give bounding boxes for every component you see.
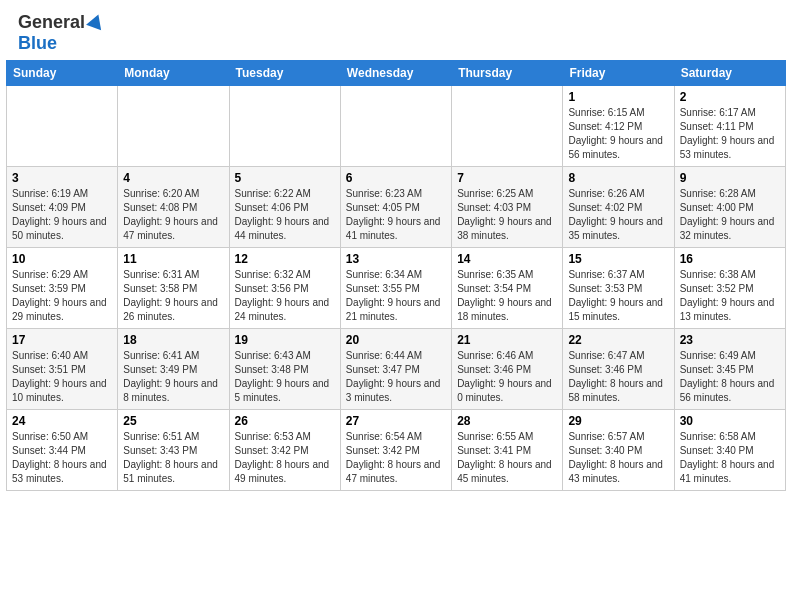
calendar-cell: 11Sunrise: 6:31 AM Sunset: 3:58 PM Dayli… (118, 248, 229, 329)
day-info: Sunrise: 6:17 AM Sunset: 4:11 PM Dayligh… (680, 106, 780, 162)
day-info: Sunrise: 6:29 AM Sunset: 3:59 PM Dayligh… (12, 268, 112, 324)
calendar-cell: 4Sunrise: 6:20 AM Sunset: 4:08 PM Daylig… (118, 167, 229, 248)
calendar-week-1: 3Sunrise: 6:19 AM Sunset: 4:09 PM Daylig… (7, 167, 786, 248)
day-info: Sunrise: 6:26 AM Sunset: 4:02 PM Dayligh… (568, 187, 668, 243)
day-info: Sunrise: 6:34 AM Sunset: 3:55 PM Dayligh… (346, 268, 446, 324)
day-number: 23 (680, 333, 780, 347)
day-number: 5 (235, 171, 335, 185)
calendar-cell: 2Sunrise: 6:17 AM Sunset: 4:11 PM Daylig… (674, 86, 785, 167)
calendar-cell: 1Sunrise: 6:15 AM Sunset: 4:12 PM Daylig… (563, 86, 674, 167)
calendar-cell: 27Sunrise: 6:54 AM Sunset: 3:42 PM Dayli… (340, 410, 451, 491)
day-info: Sunrise: 6:46 AM Sunset: 3:46 PM Dayligh… (457, 349, 557, 405)
logo-triangle-icon (86, 11, 106, 30)
day-info: Sunrise: 6:31 AM Sunset: 3:58 PM Dayligh… (123, 268, 223, 324)
day-number: 13 (346, 252, 446, 266)
day-number: 27 (346, 414, 446, 428)
day-number: 25 (123, 414, 223, 428)
day-number: 19 (235, 333, 335, 347)
day-number: 9 (680, 171, 780, 185)
day-number: 29 (568, 414, 668, 428)
day-number: 8 (568, 171, 668, 185)
day-info: Sunrise: 6:20 AM Sunset: 4:08 PM Dayligh… (123, 187, 223, 243)
calendar-week-2: 10Sunrise: 6:29 AM Sunset: 3:59 PM Dayli… (7, 248, 786, 329)
calendar-wrapper: SundayMondayTuesdayWednesdayThursdayFrid… (0, 60, 792, 497)
calendar-cell: 23Sunrise: 6:49 AM Sunset: 3:45 PM Dayli… (674, 329, 785, 410)
day-info: Sunrise: 6:38 AM Sunset: 3:52 PM Dayligh… (680, 268, 780, 324)
day-number: 21 (457, 333, 557, 347)
day-info: Sunrise: 6:51 AM Sunset: 3:43 PM Dayligh… (123, 430, 223, 486)
col-header-thursday: Thursday (452, 61, 563, 86)
day-number: 3 (12, 171, 112, 185)
calendar-cell: 12Sunrise: 6:32 AM Sunset: 3:56 PM Dayli… (229, 248, 340, 329)
day-number: 15 (568, 252, 668, 266)
day-info: Sunrise: 6:32 AM Sunset: 3:56 PM Dayligh… (235, 268, 335, 324)
day-info: Sunrise: 6:58 AM Sunset: 3:40 PM Dayligh… (680, 430, 780, 486)
col-header-friday: Friday (563, 61, 674, 86)
calendar-cell: 21Sunrise: 6:46 AM Sunset: 3:46 PM Dayli… (452, 329, 563, 410)
day-number: 11 (123, 252, 223, 266)
calendar-cell: 16Sunrise: 6:38 AM Sunset: 3:52 PM Dayli… (674, 248, 785, 329)
day-number: 20 (346, 333, 446, 347)
day-number: 10 (12, 252, 112, 266)
day-info: Sunrise: 6:35 AM Sunset: 3:54 PM Dayligh… (457, 268, 557, 324)
col-header-monday: Monday (118, 61, 229, 86)
calendar-cell: 22Sunrise: 6:47 AM Sunset: 3:46 PM Dayli… (563, 329, 674, 410)
day-info: Sunrise: 6:25 AM Sunset: 4:03 PM Dayligh… (457, 187, 557, 243)
day-number: 26 (235, 414, 335, 428)
calendar-week-0: 1Sunrise: 6:15 AM Sunset: 4:12 PM Daylig… (7, 86, 786, 167)
day-info: Sunrise: 6:50 AM Sunset: 3:44 PM Dayligh… (12, 430, 112, 486)
calendar-cell: 5Sunrise: 6:22 AM Sunset: 4:06 PM Daylig… (229, 167, 340, 248)
calendar-week-3: 17Sunrise: 6:40 AM Sunset: 3:51 PM Dayli… (7, 329, 786, 410)
day-number: 28 (457, 414, 557, 428)
calendar-cell: 14Sunrise: 6:35 AM Sunset: 3:54 PM Dayli… (452, 248, 563, 329)
calendar-cell: 9Sunrise: 6:28 AM Sunset: 4:00 PM Daylig… (674, 167, 785, 248)
calendar-cell: 3Sunrise: 6:19 AM Sunset: 4:09 PM Daylig… (7, 167, 118, 248)
calendar-cell: 24Sunrise: 6:50 AM Sunset: 3:44 PM Dayli… (7, 410, 118, 491)
col-header-sunday: Sunday (7, 61, 118, 86)
calendar-cell: 8Sunrise: 6:26 AM Sunset: 4:02 PM Daylig… (563, 167, 674, 248)
calendar-cell: 19Sunrise: 6:43 AM Sunset: 3:48 PM Dayli… (229, 329, 340, 410)
day-number: 12 (235, 252, 335, 266)
day-info: Sunrise: 6:28 AM Sunset: 4:00 PM Dayligh… (680, 187, 780, 243)
day-info: Sunrise: 6:49 AM Sunset: 3:45 PM Dayligh… (680, 349, 780, 405)
day-info: Sunrise: 6:47 AM Sunset: 3:46 PM Dayligh… (568, 349, 668, 405)
day-number: 24 (12, 414, 112, 428)
calendar-cell: 30Sunrise: 6:58 AM Sunset: 3:40 PM Dayli… (674, 410, 785, 491)
day-number: 14 (457, 252, 557, 266)
calendar-cell (229, 86, 340, 167)
col-header-wednesday: Wednesday (340, 61, 451, 86)
day-info: Sunrise: 6:57 AM Sunset: 3:40 PM Dayligh… (568, 430, 668, 486)
day-info: Sunrise: 6:41 AM Sunset: 3:49 PM Dayligh… (123, 349, 223, 405)
col-header-saturday: Saturday (674, 61, 785, 86)
calendar-cell: 18Sunrise: 6:41 AM Sunset: 3:49 PM Dayli… (118, 329, 229, 410)
logo-general-text: General (18, 12, 85, 33)
calendar-cell: 6Sunrise: 6:23 AM Sunset: 4:05 PM Daylig… (340, 167, 451, 248)
day-info: Sunrise: 6:22 AM Sunset: 4:06 PM Dayligh… (235, 187, 335, 243)
calendar-cell: 26Sunrise: 6:53 AM Sunset: 3:42 PM Dayli… (229, 410, 340, 491)
page-header: GeneralBlue (0, 0, 792, 60)
day-number: 6 (346, 171, 446, 185)
day-number: 2 (680, 90, 780, 104)
calendar-cell: 10Sunrise: 6:29 AM Sunset: 3:59 PM Dayli… (7, 248, 118, 329)
logo: GeneralBlue (18, 12, 104, 54)
day-info: Sunrise: 6:40 AM Sunset: 3:51 PM Dayligh… (12, 349, 112, 405)
calendar-cell: 17Sunrise: 6:40 AM Sunset: 3:51 PM Dayli… (7, 329, 118, 410)
calendar-cell: 15Sunrise: 6:37 AM Sunset: 3:53 PM Dayli… (563, 248, 674, 329)
day-info: Sunrise: 6:15 AM Sunset: 4:12 PM Dayligh… (568, 106, 668, 162)
day-info: Sunrise: 6:23 AM Sunset: 4:05 PM Dayligh… (346, 187, 446, 243)
calendar-cell: 13Sunrise: 6:34 AM Sunset: 3:55 PM Dayli… (340, 248, 451, 329)
day-number: 18 (123, 333, 223, 347)
calendar-cell: 28Sunrise: 6:55 AM Sunset: 3:41 PM Dayli… (452, 410, 563, 491)
col-header-tuesday: Tuesday (229, 61, 340, 86)
day-info: Sunrise: 6:54 AM Sunset: 3:42 PM Dayligh… (346, 430, 446, 486)
day-info: Sunrise: 6:19 AM Sunset: 4:09 PM Dayligh… (12, 187, 112, 243)
calendar-cell: 25Sunrise: 6:51 AM Sunset: 3:43 PM Dayli… (118, 410, 229, 491)
day-number: 22 (568, 333, 668, 347)
day-info: Sunrise: 6:53 AM Sunset: 3:42 PM Dayligh… (235, 430, 335, 486)
calendar-table: SundayMondayTuesdayWednesdayThursdayFrid… (6, 60, 786, 491)
day-number: 17 (12, 333, 112, 347)
calendar-week-4: 24Sunrise: 6:50 AM Sunset: 3:44 PM Dayli… (7, 410, 786, 491)
calendar-cell: 7Sunrise: 6:25 AM Sunset: 4:03 PM Daylig… (452, 167, 563, 248)
day-number: 7 (457, 171, 557, 185)
calendar-header: SundayMondayTuesdayWednesdayThursdayFrid… (7, 61, 786, 86)
